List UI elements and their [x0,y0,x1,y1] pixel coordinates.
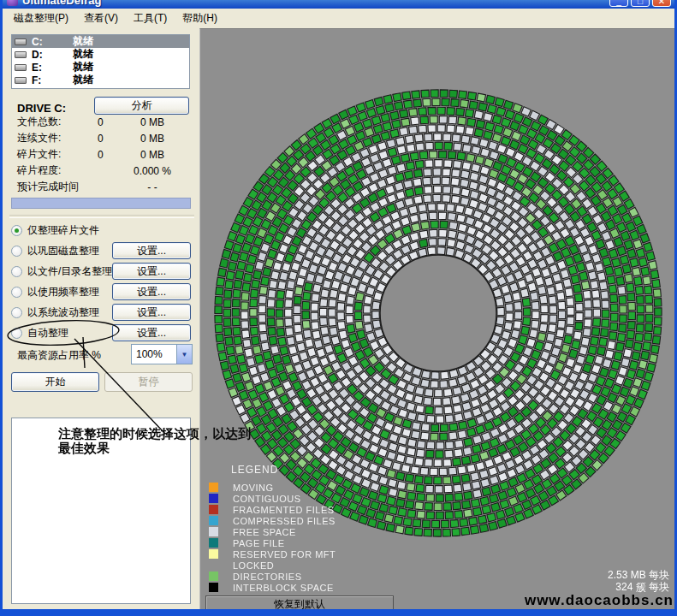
legend-label: INTERBLOCK SPACE [233,583,334,593]
drive-icon [15,38,27,45]
radio-label: 自动整理 [27,326,68,341]
radio-button[interactable] [11,328,22,339]
settings-button[interactable]: 设置... [112,263,191,280]
radio-button[interactable] [11,246,22,257]
resource-usage-value: 100% [132,348,176,360]
divider [9,215,194,218]
stat-label: 碎片程度: [17,163,92,178]
pause-button[interactable]: 暂停 [104,372,193,392]
defrag-method-row: 自动整理设置... [11,323,193,343]
legend-swatch [209,583,218,592]
radio-label: 仅整理碎片文件 [27,223,99,238]
drive-row[interactable]: C:就绪 [12,35,189,48]
legend-swatch [209,527,218,536]
app-icon [7,0,18,6]
stat-size: 0 MB [122,149,183,161]
menu-bar: 磁盘整理(P)查看(V)工具(T)帮助(H) [3,9,674,28]
legend-item: INTERBLOCK SPACE [209,582,336,593]
stat-count: 0 [92,133,122,145]
settings-button[interactable]: 设置... [112,283,191,300]
stat-label: 文件总数: [17,115,92,129]
menu-item[interactable]: 磁盘整理(P) [7,9,77,28]
defrag-method-row: 以巩固磁盘整理设置... [11,240,193,261]
radio-label: 以文件/目录名整理 [27,264,112,279]
close-button[interactable]: ✕ [652,0,671,7]
stat-size: 0 MB [122,116,183,128]
drive-status: 就绪 [73,73,93,87]
app-window: UltimateDefrag _ □ ✕ 磁盘整理(P)查看(V)工具(T)帮助… [0,0,677,616]
radio-button[interactable] [11,307,22,318]
start-button[interactable]: 开始 [11,372,99,392]
radio-label: 以系统波动整理 [27,305,99,320]
stat-size: - - [122,181,183,193]
legend-swatch [209,538,218,548]
block-size-text: 2.53 MB 每块 [608,569,669,581]
legend-label: PAGE FILE [233,538,285,548]
menu-item[interactable]: 工具(T) [127,9,175,28]
legend-item: DIRECTORIES [209,571,336,582]
legend-label: CONTIGUOUS [233,494,301,504]
radio-label: 以巩固磁盘整理 [27,244,99,258]
stat-label: 连续文件: [17,131,92,145]
legend-swatch [209,572,218,581]
defrag-method-row: 以系统波动整理设置... [11,302,193,323]
settings-button[interactable]: 设置... [112,304,191,321]
drive-row[interactable]: D:就绪 [12,48,189,61]
legend-label: RESERVED FOR MFT [233,549,336,560]
legend-items: MOVINGCONTIGUOUSFRAGMENTED FILESCOMPRESS… [209,482,336,593]
drive-row[interactable]: E:就绪 [12,61,189,74]
defrag-method-row: 仅整理碎片文件 [11,220,193,240]
settings-button[interactable]: 设置... [112,324,191,341]
drive-name: F: [32,74,68,86]
progress-bar [11,198,191,209]
legend-item: RESERVED FOR MFT [209,548,336,560]
stat-row: 预计完成时间- - [17,179,193,195]
legend-label: DIRECTORIES [233,572,301,582]
menu-item[interactable]: 查看(V) [77,9,127,28]
legend-item: CONTIGUOUS [209,493,336,504]
stat-label: 碎片文件: [17,147,92,162]
stat-row: 碎片文件:00 MB [17,146,193,163]
window-title: UltimateDefrag [22,0,101,7]
maximize-button[interactable]: □ [631,0,650,7]
block-cluster-text: 324 簇 每块 [608,581,669,593]
drive-icon [15,77,27,84]
radio-button[interactable] [11,225,22,236]
legend-label: FRAGMENTED FILES [233,505,335,515]
legend-item: FREE SPACE [209,526,336,537]
radio-button[interactable] [11,266,22,277]
restore-defaults-button[interactable]: 恢复到默认 [205,595,394,611]
legend-swatch [209,494,218,503]
control-panel: C:就绪D:就绪E:就绪F:就绪 DRIVE C: 分析 文件总数:00 MB连… [5,28,199,609]
legend-swatch [209,549,218,559]
drive-row[interactable]: F:就绪 [12,74,189,86]
legend-swatch [209,505,218,514]
legend-item: COMPRESSED FILES [209,515,336,526]
title-bar: UltimateDefrag _ □ ✕ [3,0,674,9]
legend-item: MOVING [209,482,336,493]
resource-usage-dropdown[interactable]: 100% ▼ [131,344,193,364]
drive-name: D: [32,49,68,61]
legend-label: COMPRESSED FILES [233,516,336,526]
drive-icon [15,51,27,58]
defrag-method-row: 以文件/目录名整理设置... [11,261,193,281]
stat-size: 0 MB [122,133,183,145]
legend-swatch [209,516,218,525]
analyze-button[interactable]: 分析 [94,97,189,115]
statistics: 文件总数:00 MB连续文件:00 MB碎片文件:00 MB碎片程度:0.000… [17,114,193,195]
stat-label: 预计完成时间 [17,180,92,194]
drive-heading: DRIVE C: [17,102,66,115]
menu-item[interactable]: 帮助(H) [175,9,226,28]
watermark: www.daocaobbs.cn [525,592,674,609]
legend-label: MOVING [233,483,274,493]
stat-row: 文件总数:00 MB [17,114,193,130]
minimize-button[interactable]: _ [609,0,628,7]
settings-button[interactable]: 设置... [112,242,191,259]
legend-item: PAGE FILE [209,537,336,548]
drive-name: C: [32,36,68,48]
legend-label: LOCKED [233,560,274,571]
chevron-down-icon[interactable]: ▼ [176,345,192,364]
stat-count: 0 [92,116,122,128]
disk-map-panel: LEGEND MOVINGCONTIGUOUSFRAGMENTED FILESC… [199,28,677,609]
radio-button[interactable] [11,287,22,298]
